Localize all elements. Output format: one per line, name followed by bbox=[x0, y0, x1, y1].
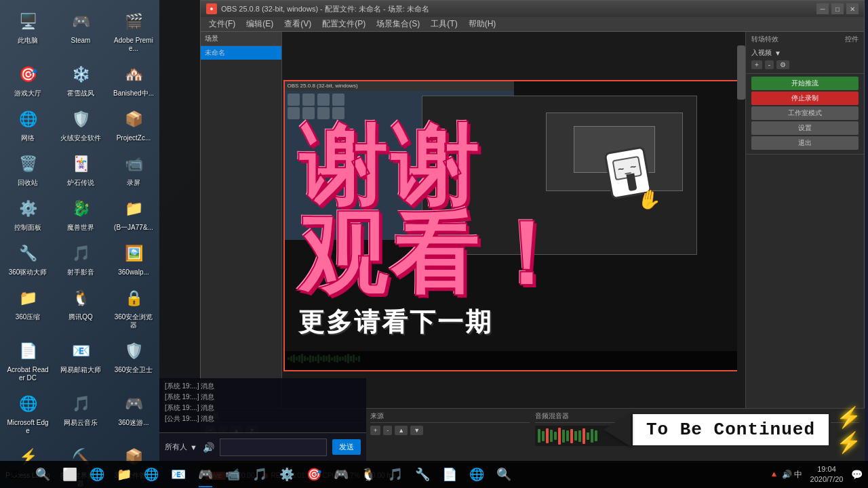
studio-mode-button[interactable]: 工作室模式 bbox=[751, 106, 859, 120]
sidebar-controls-row: + - ⚙ bbox=[751, 59, 859, 70]
start-button[interactable]: ⊞ bbox=[0, 461, 27, 488]
icon-image-21: 📄 bbox=[14, 338, 41, 365]
taskbar-item-5[interactable]: 📧 bbox=[165, 462, 191, 487]
icon-image-22: 📧 bbox=[67, 338, 94, 365]
desktop-icon-13[interactable]: 🐉 魔兽世界 bbox=[56, 192, 106, 235]
icon-label-21: Acrobat Reader DC bbox=[5, 366, 50, 382]
icon-image-2: 🎬 bbox=[120, 8, 147, 35]
desktop-icon-18[interactable]: 📁 360压缩 bbox=[3, 282, 53, 332]
taskbar-item-13[interactable]: 🎵 bbox=[382, 462, 408, 487]
chinese-thanks-text: 谢谢 观看！ bbox=[298, 122, 573, 298]
obs-preview-area: OBS 25.0.8 (32-bit, windows) bbox=[282, 32, 745, 420]
desktop-icon-11[interactable]: 📹 录屏 bbox=[108, 148, 159, 190]
inner-icon bbox=[317, 94, 330, 106]
scrollbar-thumb[interactable] bbox=[737, 45, 745, 100]
menu-item-5[interactable]: 工具(T) bbox=[425, 17, 462, 31]
obs-app-icon: ● bbox=[206, 3, 217, 14]
desktop-icon-3[interactable]: 🎯 游戏大厅 bbox=[3, 58, 53, 100]
desktop-icon-12[interactable]: ⚙️ 控制面板 bbox=[3, 192, 53, 235]
taskbar-item-9[interactable]: ⚙️ bbox=[274, 462, 300, 487]
chat-send-button[interactable]: 发送 bbox=[332, 439, 361, 455]
desktop-icon-16[interactable]: 🎵 射手影音 bbox=[56, 237, 106, 279]
taskbar-item-17[interactable]: 🔍 bbox=[491, 462, 517, 487]
preview-scrollbar[interactable] bbox=[737, 32, 745, 420]
taskbar-item-3[interactable]: 📁 bbox=[111, 462, 137, 487]
desktop-icon-22[interactable]: 📧 网易邮箱大师 bbox=[56, 335, 106, 385]
menu-item-0[interactable]: 文件(F) bbox=[203, 17, 241, 31]
desktop-icon-8[interactable]: 📦 ProjectZc... bbox=[108, 103, 159, 145]
taskbar-item-1[interactable]: ⬜ bbox=[57, 462, 83, 487]
desktop-icon-19[interactable]: 🐧 腾讯QQ bbox=[56, 282, 106, 332]
source-remove-btn[interactable]: - bbox=[383, 426, 392, 435]
desktop-icon-7[interactable]: 🛡️ 火绒安全软件 bbox=[56, 103, 106, 145]
desktop-icon-6[interactable]: 🌐 网络 bbox=[3, 103, 53, 145]
minimize-button[interactable]: ─ bbox=[816, 3, 829, 14]
menu-item-1[interactable]: 编辑(E) bbox=[241, 17, 279, 31]
taskbar-item-8[interactable]: 🎵 bbox=[247, 462, 273, 487]
icon-image-19: 🐧 bbox=[67, 285, 94, 312]
desktop-icon-21[interactable]: 📄 Acrobat Reader DC bbox=[3, 335, 53, 385]
icon-image-6: 🌐 bbox=[14, 106, 41, 133]
menu-item-4[interactable]: 场景集合(S) bbox=[371, 17, 425, 31]
start-stream-button[interactable]: 开始推流 bbox=[751, 77, 859, 90]
menu-item-2[interactable]: 查看(V) bbox=[279, 17, 317, 31]
taskbar-item-6[interactable]: 🎮 bbox=[193, 462, 218, 487]
taskbar-item-11[interactable]: 🎮 bbox=[328, 462, 354, 487]
icon-image-8: 📦 bbox=[120, 106, 147, 133]
icon-label-17: 360walp... bbox=[118, 268, 149, 277]
audience-selector[interactable]: 所有人 ▼ bbox=[165, 442, 197, 452]
stop-record-button[interactable]: 停止录制 bbox=[751, 92, 859, 105]
icon-image-20: 🔒 bbox=[120, 285, 147, 312]
desktop-icon-0[interactable]: 🖥️ 此电脑 bbox=[3, 5, 53, 56]
scene-item-default[interactable]: 未命名 bbox=[201, 46, 281, 60]
desktop-icon-17[interactable]: 🖼️ 360walp... bbox=[108, 237, 159, 279]
chat-message-2: [系统 19:...] 消息 bbox=[165, 403, 361, 413]
desktop-icon-24[interactable]: 🌐 Microsoft Edge bbox=[3, 388, 53, 438]
exit-button[interactable]: 退出 bbox=[751, 136, 859, 150]
audio-bar-5 bbox=[558, 428, 561, 445]
desktop-icon-14[interactable]: 📁 (B一JA77&... bbox=[108, 192, 159, 235]
icon-image-9: 🗑️ bbox=[14, 150, 41, 178]
desktop-icon-10[interactable]: 🃏 炉石传说 bbox=[56, 148, 106, 190]
source-up-btn[interactable]: ▲ bbox=[395, 426, 408, 435]
icon-image-3: 🎯 bbox=[14, 61, 41, 88]
icon-image-12: ⚙️ bbox=[14, 195, 41, 222]
desktop-icon-4[interactable]: ❄️ 霍雪战风 bbox=[56, 58, 106, 100]
inner-obs-titlebar: OBS 25.0.8 (32-bit, windows) bbox=[285, 81, 514, 91]
robot-hand: ✋ bbox=[635, 186, 663, 213]
desktop-icon-9[interactable]: 🗑️ 回收站 bbox=[3, 148, 53, 190]
source-add-btn[interactable]: + bbox=[370, 426, 380, 435]
taskbar-item-7[interactable]: 📹 bbox=[220, 462, 245, 487]
desktop-icon-23[interactable]: 🛡️ 360安全卫士 bbox=[108, 335, 159, 385]
desktop-icon-5[interactable]: 🏘️ Banished中... bbox=[108, 58, 159, 100]
desktop-icon-1[interactable]: 🎮 Steam bbox=[56, 5, 106, 56]
maximize-button[interactable]: □ bbox=[831, 3, 844, 14]
desktop-icon-26[interactable]: 🎮 360迷游... bbox=[108, 388, 159, 438]
menu-item-6[interactable]: 帮助(H) bbox=[463, 17, 502, 31]
chat-input[interactable] bbox=[220, 439, 327, 456]
close-button[interactable]: ✕ bbox=[846, 3, 859, 14]
icon-label-19: 腾讯QQ bbox=[68, 313, 93, 321]
desktop-icon-25[interactable]: 🎵 网易云音乐 bbox=[56, 388, 106, 438]
system-tray: 🔺 🔊 中 19:04 2020/7/20 💬 bbox=[764, 464, 868, 485]
desktop-icon-2[interactable]: 🎬 Adobe Premie... bbox=[108, 5, 159, 56]
menu-item-3[interactable]: 配置文件(P) bbox=[317, 17, 371, 31]
taskbar-item-0[interactable]: 🔍 bbox=[30, 462, 56, 487]
source-down-btn[interactable]: ▼ bbox=[410, 426, 423, 435]
settings-button[interactable]: 设置 bbox=[751, 121, 859, 135]
icon-label-0: 此电脑 bbox=[18, 37, 38, 45]
taskbar-item-16[interactable]: 🌐 bbox=[464, 462, 490, 487]
taskbar-item-15[interactable]: 📄 bbox=[437, 462, 462, 487]
volume-icon[interactable]: 🔊 bbox=[203, 442, 214, 453]
taskbar-item-12[interactable]: 🐧 bbox=[355, 462, 381, 487]
taskbar-item-4[interactable]: 🌐 bbox=[138, 462, 164, 487]
icon-image-26: 🎮 bbox=[120, 390, 147, 418]
taskbar-item-14[interactable]: 🔧 bbox=[410, 462, 435, 487]
desktop-icon-15[interactable]: 🔧 360驱动大师 bbox=[3, 237, 53, 279]
taskbar-item-2[interactable]: 🌐 bbox=[84, 462, 110, 487]
desktop-icon-20[interactable]: 🔒 360安全浏览器 bbox=[108, 282, 159, 332]
icon-image-0: 🖥️ bbox=[14, 8, 41, 35]
notification-icon[interactable]: 💬 bbox=[851, 469, 863, 480]
desktop-icons-container: 🖥️ 此电脑 🎮 Steam 🎬 Adobe Premie... 🎯 游戏大厅 … bbox=[0, 0, 163, 461]
taskbar-item-10[interactable]: 🎯 bbox=[301, 462, 327, 487]
